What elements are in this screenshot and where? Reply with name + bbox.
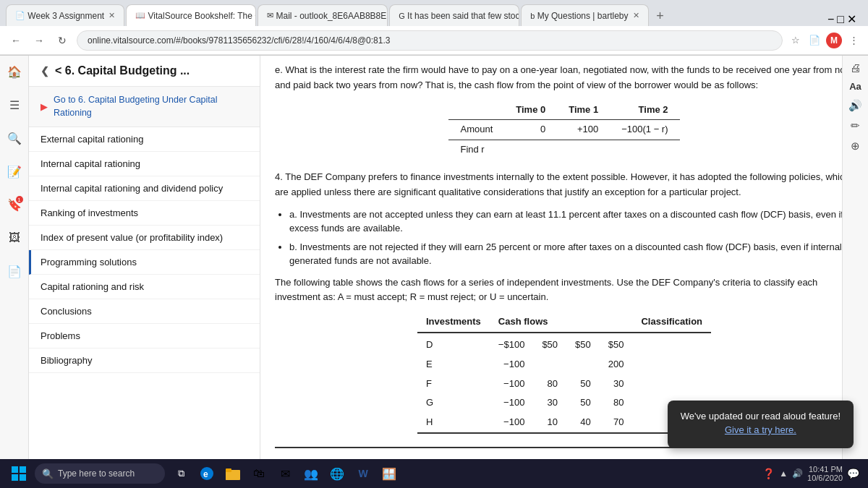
menu-icon[interactable]: ⋮ xyxy=(846,33,861,48)
new-tab-button[interactable]: + xyxy=(650,6,671,26)
svg-rect-2 xyxy=(12,474,18,481)
question-e-text: e. What is the interest rate the firm wo… xyxy=(275,63,854,93)
tab-mail[interactable]: ✉ Mail - outlook_8E6AAB8B8EB ✕ xyxy=(258,4,388,26)
refresh-button[interactable]: ↻ xyxy=(54,32,71,49)
bookmark-icon[interactable]: ☆ xyxy=(788,33,803,48)
address-bar: ← → ↻ ☆ 📄 M ⋮ xyxy=(0,26,868,55)
table-row: E −100 200 xyxy=(417,355,711,374)
table-row: D −$100 $50 $50 $50 xyxy=(417,333,711,355)
svg-rect-3 xyxy=(20,474,26,481)
forward-button[interactable]: → xyxy=(30,32,48,49)
print-icon[interactable]: 🖨 xyxy=(850,61,861,74)
browser-icon[interactable]: 🌐 xyxy=(327,463,347,484)
tab-week3[interactable]: 📄 Week 3 Assignment ✕ xyxy=(6,4,124,26)
bookmark-nav-icon[interactable]: 🔖 1 xyxy=(4,194,25,215)
tab-bar: 📄 Week 3 Assignment ✕ 📖 VitalSource Book… xyxy=(0,0,868,26)
svg-rect-0 xyxy=(12,466,18,473)
minimize-button[interactable]: − xyxy=(827,13,834,26)
edge-icon[interactable]: e xyxy=(197,463,217,484)
search-icon[interactable]: 🔍 xyxy=(4,128,25,148)
notification-icon[interactable]: ❓ xyxy=(762,468,775,479)
sidebar-item-problems[interactable]: Problems xyxy=(29,324,260,348)
address-input[interactable] xyxy=(77,30,783,51)
profile-icon[interactable]: M xyxy=(826,33,842,48)
start-button[interactable] xyxy=(9,463,29,484)
font-size-label[interactable]: Aa xyxy=(849,81,861,92)
policy-item-a: a. Investments are not accepted unless t… xyxy=(289,207,854,236)
network-icon: ▲ xyxy=(779,468,788,479)
sidebar-header-icon: ❮ xyxy=(41,65,49,77)
time-table: Time 0 Time 1 Time 2 Amount 0 +100 −100(… xyxy=(448,100,679,160)
refresh-content-icon[interactable]: ⊕ xyxy=(851,140,860,153)
tab-close-week3[interactable]: ✕ xyxy=(109,11,115,20)
sidebar-item-internal-capital[interactable]: Internal capital rationing xyxy=(29,152,260,176)
toc-icon[interactable]: ☰ xyxy=(4,95,25,115)
document-icon[interactable]: 📄 xyxy=(4,261,25,281)
close-button[interactable]: ✕ xyxy=(847,12,856,26)
word-icon[interactable]: W xyxy=(353,463,373,484)
sidebar-item-bibliography[interactable]: Bibliography xyxy=(29,348,260,373)
sidebar-item-programming[interactable]: Programming solutions xyxy=(29,250,260,275)
toast-try-link[interactable]: Give it a try here. xyxy=(725,424,796,435)
task-view-icon[interactable]: ⧉ xyxy=(171,463,191,484)
home-icon[interactable]: 🏠 xyxy=(4,61,25,82)
sidebar-item-internal-dividend[interactable]: Internal capital rationing and dividend … xyxy=(29,176,260,201)
goto-icon: ▶ xyxy=(41,101,48,112)
notes-icon[interactable]: 📝 xyxy=(4,161,25,181)
policy-list: a. Investments are not accepted unless t… xyxy=(289,207,854,268)
svg-rect-1 xyxy=(20,466,26,473)
svg-text:e: e xyxy=(203,469,208,479)
browser-chrome: 📄 Week 3 Assignment ✕ 📖 VitalSource Book… xyxy=(0,0,868,56)
sidebar: ❮ < 6. Capital Budgeting ... ▶ Go to 6. … xyxy=(29,56,260,488)
edit-icon[interactable]: ✏ xyxy=(851,119,860,132)
clock-time: 10:41 PM xyxy=(807,465,843,474)
back-button[interactable]: ← xyxy=(7,32,25,49)
file-explorer-icon[interactable] xyxy=(223,463,243,484)
tab-bartleby[interactable]: b My Questions | bartleby ✕ xyxy=(521,4,648,26)
table2-intro: The following table shows the cash flows… xyxy=(275,275,854,306)
toast-notification: We've updated our read aloud feature! Gi… xyxy=(668,401,854,448)
table-row: F −100 80 50 30 xyxy=(417,374,711,394)
windows-icon[interactable]: 🪟 xyxy=(379,463,399,484)
read-aloud-icon[interactable]: 🔊 xyxy=(848,99,862,112)
taskbar-search-box[interactable]: 🔍 Type here to search xyxy=(35,463,165,484)
svg-rect-8 xyxy=(226,468,231,472)
sound-icon: 🔊 xyxy=(792,468,803,479)
image-icon[interactable]: 🖼 xyxy=(4,228,25,248)
tab-vitalsource[interactable]: 📖 VitalSource Bookshelf: The Ca ✕ xyxy=(126,4,256,26)
sidebar-item-external-capital[interactable]: External capital rationing xyxy=(29,127,260,152)
tab-stocks[interactable]: G It has been said that few stock ✕ xyxy=(389,4,519,26)
taskbar-search-icon: 🔍 xyxy=(42,468,54,479)
taskbar-right: ❓ ▲ 🔊 10:41 PM 10/6/2020 💬 xyxy=(762,465,859,482)
teams-icon[interactable]: 👥 xyxy=(301,463,321,484)
store-icon[interactable]: 🛍 xyxy=(249,463,269,484)
icon-bar: 🏠 ☰ 🔍 📝 🔖 1 🖼 📄 ⚙ xyxy=(0,56,29,488)
goto-label: Go to 6. Capital Budgeting Under Capital… xyxy=(54,94,248,119)
sidebar-header: ❮ < 6. Capital Budgeting ... xyxy=(29,56,260,87)
question4-text: 4. The DEF Company prefers to finance in… xyxy=(275,170,854,200)
mail-icon[interactable]: ✉ xyxy=(275,463,295,484)
sidebar-item-index[interactable]: Index of present value (or profitability… xyxy=(29,226,260,250)
svg-rect-7 xyxy=(226,471,233,480)
policy-item-b: b. Investments are not rejected if they … xyxy=(289,240,854,268)
sidebar-goto-link[interactable]: ▶ Go to 6. Capital Budgeting Under Capit… xyxy=(29,87,260,127)
tab-close-bartleby[interactable]: ✕ xyxy=(633,11,639,20)
pdf-icon[interactable]: 📄 xyxy=(807,33,822,48)
sidebar-item-capital-rationing-risk[interactable]: Capital rationing and risk xyxy=(29,275,260,299)
sidebar-item-ranking[interactable]: Ranking of investments xyxy=(29,201,260,226)
maximize-button[interactable]: □ xyxy=(837,13,844,26)
taskbar: 🔍 Type here to search ⧉ e 🛍 ✉ 👥 🌐 W 🪟 ❓ … xyxy=(0,459,868,488)
sidebar-item-conclusions[interactable]: Conclusions xyxy=(29,299,260,324)
toast-line1: We've updated our read aloud feature! xyxy=(681,411,841,421)
clock-date: 10/6/2020 xyxy=(807,474,843,482)
notifications-panel-icon[interactable]: 💬 xyxy=(847,468,859,479)
